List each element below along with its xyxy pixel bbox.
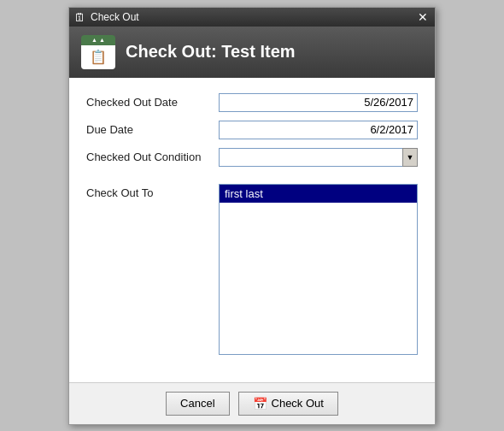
- due-date-row: Due Date: [86, 121, 418, 139]
- spacer: [86, 175, 418, 184]
- header-title: Check Out: Test Item: [126, 42, 296, 62]
- header-calendar-icon: ▲ ▲ 📋: [81, 35, 115, 69]
- checkout-button[interactable]: 📅 Check Out: [238, 392, 338, 416]
- checked-out-date-input[interactable]: [219, 93, 418, 112]
- due-date-input[interactable]: [219, 121, 418, 139]
- checkout-dialog: 🗓 Check Out ✕ ▲ ▲ 📋 Check Out: Test Item…: [68, 7, 436, 425]
- dialog-header: ▲ ▲ 📋 Check Out: Test Item: [69, 27, 435, 78]
- check-out-to-list[interactable]: first last: [219, 184, 418, 355]
- dialog-footer: Cancel 📅 Check Out: [69, 382, 435, 424]
- cal-body: 📋: [81, 45, 115, 69]
- condition-select[interactable]: [219, 148, 418, 167]
- checkout-label: Check Out: [272, 397, 324, 410]
- checked-out-condition-label: Checked Out Condition: [86, 151, 219, 163]
- checked-out-date-label: Checked Out Date: [86, 96, 219, 109]
- check-out-to-label: Check Out To: [86, 184, 219, 199]
- check-out-to-section: Check Out To first last: [86, 184, 418, 355]
- checkout-to-item[interactable]: first last: [220, 185, 417, 203]
- title-bar: 🗓 Check Out ✕: [69, 8, 435, 27]
- form-content: Checked Out Date Due Date Checked Out Co…: [69, 78, 435, 382]
- window-icon: 🗓: [74, 11, 86, 23]
- checked-out-condition-row: Checked Out Condition ▼: [86, 148, 418, 167]
- cancel-label: Cancel: [180, 397, 214, 410]
- checkout-button-icon: 📅: [253, 397, 267, 410]
- condition-select-container: ▼: [219, 148, 418, 167]
- close-button[interactable]: ✕: [416, 11, 430, 23]
- title-bar-left: 🗓 Check Out: [74, 11, 139, 23]
- due-date-label: Due Date: [86, 123, 219, 136]
- cal-top: ▲ ▲: [81, 35, 115, 45]
- title-bar-text: Check Out: [91, 11, 139, 23]
- checked-out-date-row: Checked Out Date: [86, 93, 418, 112]
- cancel-button[interactable]: Cancel: [166, 392, 229, 416]
